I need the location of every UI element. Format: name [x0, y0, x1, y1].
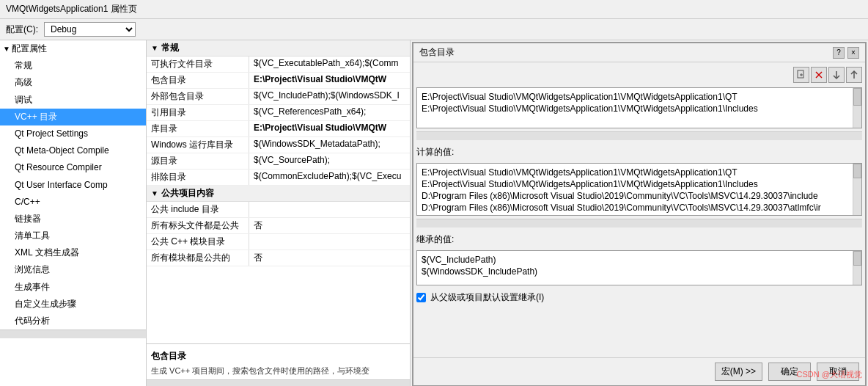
prop-section-general-arrow: ▼	[151, 44, 158, 52]
dialog-help-btn[interactable]: ?	[833, 47, 845, 59]
inherit-checkbox-label[interactable]: 从父级或项目默认设置继承(I)	[430, 291, 544, 304]
dialog-title-controls: ? ×	[833, 47, 859, 59]
tree-item-code-analysis[interactable]: 代码分析	[0, 313, 146, 329]
entries-scrollbar-thumb[interactable]	[853, 88, 861, 106]
svg-rect-0	[798, 70, 803, 78]
tree-item-build-events[interactable]: 生成事件	[0, 279, 146, 296]
prop-value-exclude-dir: $(CommonExcludePath);$(VC_Execu	[249, 170, 410, 185]
prop-value-ext-include: $(VC_IncludePath);$(WindowsSDK_I	[249, 89, 410, 104]
tree-item-manifest[interactable]: 清单工具	[0, 227, 146, 244]
title-bar: VMQtWidgetsApplication1 属性页	[0, 0, 868, 19]
toolbar-delete-btn[interactable]	[811, 67, 827, 83]
move-up-icon	[849, 70, 859, 80]
computed-label: 计算的值:	[416, 146, 862, 159]
tree-group-config[interactable]: ▼ 配置属性	[0, 40, 146, 57]
inherit-checkbox[interactable]	[416, 293, 426, 302]
tree-group-label-config: 配置属性	[12, 42, 47, 56]
toolbar-move-down-btn[interactable]	[828, 67, 845, 83]
prop-row-pub-include[interactable]: 公共 include 目录	[147, 202, 410, 218]
left-panel-hscrollbar[interactable]	[0, 329, 146, 338]
computed-entry-1: E:\Project\Visual Studio\VMQtWidgetsAppl…	[420, 178, 858, 190]
prop-value-src-dir: $(VC_SourcePath);	[249, 153, 410, 169]
prop-row-src-dir[interactable]: 源目录 $(VC_SourcePath);	[147, 153, 410, 170]
prop-row-all-modules[interactable]: 所有模块都是公共的 否	[147, 250, 410, 266]
tree-item-qt-meta[interactable]: Qt Meta-Object Compile	[0, 142, 146, 159]
prop-name-exe-dir: 可执行文件目录	[147, 57, 249, 72]
prop-section-public-label: 公共项目内容	[161, 187, 214, 200]
entries-listbox-vscrollbar[interactable]	[853, 88, 861, 128]
prop-row-ref-dir[interactable]: 引用目录 $(VC_ReferencesPath_x64);	[147, 105, 410, 121]
inherited-listbox-vscrollbar[interactable]	[853, 251, 861, 285]
computed-listbox-vscrollbar[interactable]	[853, 164, 861, 215]
ok-button[interactable]: 确定	[768, 363, 811, 381]
prop-value-lib-dir: E:\Project\Visual Studio\VMQtW	[249, 121, 410, 136]
right-panel-dialog: 包含目录 ? ×	[412, 42, 867, 386]
prop-row-ext-include[interactable]: 外部包含目录 $(VC_IncludePath);$(WindowsSDK_I	[147, 89, 410, 105]
tree-item-linker[interactable]: 链接器	[0, 211, 146, 227]
prop-name-pub-module: 公共 C++ 模块目录	[147, 234, 249, 250]
prop-name-winrt-dir: Windows 运行库目录	[147, 137, 249, 153]
toolbar-new-btn[interactable]	[793, 67, 809, 83]
toolbar-row	[416, 65, 862, 84]
entries-listbox[interactable]: E:\Project\Visual Studio\VMQtWidgetsAppl…	[416, 87, 862, 128]
toolbar-move-up-btn[interactable]	[846, 67, 862, 83]
middle-footer-title: 包含目录	[151, 350, 405, 363]
prop-name-src-dir: 源目录	[147, 153, 249, 169]
prop-value-all-headers: 否	[249, 218, 410, 233]
list-entry-0[interactable]: E:\Project\Visual Studio\VMQtWidgetsAppl…	[420, 91, 858, 103]
prop-value-pub-include	[249, 202, 410, 217]
tree-item-debug[interactable]: 调试	[0, 92, 146, 109]
prop-section-public-arrow: ▼	[151, 189, 158, 197]
computed-hscrollbar[interactable]	[416, 219, 862, 227]
config-select[interactable]: Debug Release All Configurations	[44, 22, 136, 37]
inherited-scrollbar-thumb[interactable]	[853, 251, 861, 266]
macro-button[interactable]: 宏(M) >>	[715, 363, 762, 381]
tree-item-qt-project-settings[interactable]: Qt Project Settings	[0, 125, 146, 142]
dialog-close-btn[interactable]: ×	[847, 47, 859, 59]
tree-item-qt-user-interface[interactable]: Qt User Interface Comp	[0, 177, 146, 194]
move-down-icon	[831, 70, 842, 80]
left-panel: ▼ 配置属性 常规 高级 调试 VC++ 目录 Qt Project Setti…	[0, 40, 147, 386]
list-entry-1[interactable]: E:\Project\Visual Studio\VMQtWidgetsAppl…	[420, 103, 858, 114]
prop-section-public[interactable]: ▼ 公共项目内容	[147, 186, 410, 202]
delete-icon	[814, 70, 824, 80]
prop-value-winrt-dir: $(WindowsSDK_MetadataPath);	[249, 137, 410, 153]
prop-row-exclude-dir[interactable]: 排除目录 $(CommonExcludePath);$(VC_Execu	[147, 170, 410, 186]
tree-arrow-config: ▼	[3, 43, 10, 55]
tree-item-general[interactable]: 常规	[0, 57, 146, 74]
cancel-button[interactable]: 取消	[817, 363, 859, 381]
main-layout: ▼ 配置属性 常规 高级 调试 VC++ 目录 Qt Project Setti…	[0, 40, 868, 386]
tree-item-advanced[interactable]: 高级	[0, 74, 146, 91]
computed-listbox: E:\Project\Visual Studio\VMQtWidgetsAppl…	[416, 163, 862, 216]
dialog-content: E:\Project\Visual Studio\VMQtWidgetsAppl…	[413, 62, 865, 357]
prop-row-winrt-dir[interactable]: Windows 运行库目录 $(WindowsSDK_MetadataPath)…	[147, 137, 410, 153]
prop-row-all-headers[interactable]: 所有标头文件都是公共 否	[147, 218, 410, 234]
tree-item-browse[interactable]: 浏览信息	[0, 261, 146, 278]
tree-item-vcpp-dirs[interactable]: VC++ 目录	[0, 109, 146, 125]
prop-row-exe-dir[interactable]: 可执行文件目录 $(VC_ExecutablePath_x64);$(Comm	[147, 57, 410, 73]
tree-item-custom-build[interactable]: 自定义生成步骤	[0, 296, 146, 313]
computed-entry-2: D:\Program Files (x86)\Microsoft Visual …	[420, 190, 858, 202]
middle-panel: ▼ 常规 可执行文件目录 $(VC_ExecutablePath_x64);$(…	[147, 40, 411, 386]
tree-item-cpp[interactable]: C/C++	[0, 194, 146, 211]
tree-item-qt-resource[interactable]: Qt Resource Compiler	[0, 159, 146, 176]
prop-row-pub-module[interactable]: 公共 C++ 模块目录	[147, 234, 410, 250]
prop-section-general-label: 常规	[161, 42, 179, 54]
prop-value-pub-module	[249, 234, 410, 250]
inherited-entry-0: $(VC_IncludePath)	[420, 254, 858, 266]
entries-hscrollbar[interactable]	[416, 131, 862, 140]
inherited-label: 继承的值:	[416, 233, 862, 246]
prop-value-exe-dir: $(VC_ExecutablePath_x64);$(Comm	[249, 57, 410, 72]
prop-name-pub-include: 公共 include 目录	[147, 202, 249, 217]
computed-entry-3: D:\Program Files (x86)\Microsoft Visual …	[420, 202, 858, 214]
prop-section-general[interactable]: ▼ 常规	[147, 40, 410, 57]
new-icon	[796, 70, 806, 80]
prop-row-include-dir[interactable]: 包含目录 E:\Project\Visual Studio\VMQtW	[147, 73, 410, 89]
tree-item-xml[interactable]: XML 文档生成器	[0, 244, 146, 261]
computed-scrollbar-thumb[interactable]	[853, 164, 861, 178]
middle-panel-hscrollbar[interactable]	[147, 379, 410, 386]
prop-row-lib-dir[interactable]: 库目录 E:\Project\Visual Studio\VMQtW	[147, 121, 410, 137]
dialog-footer: 宏(M) >> 确定 取消	[413, 357, 865, 385]
prop-value-ref-dir: $(VC_ReferencesPath_x64);	[249, 105, 410, 120]
config-label: 配置(C):	[6, 23, 38, 36]
